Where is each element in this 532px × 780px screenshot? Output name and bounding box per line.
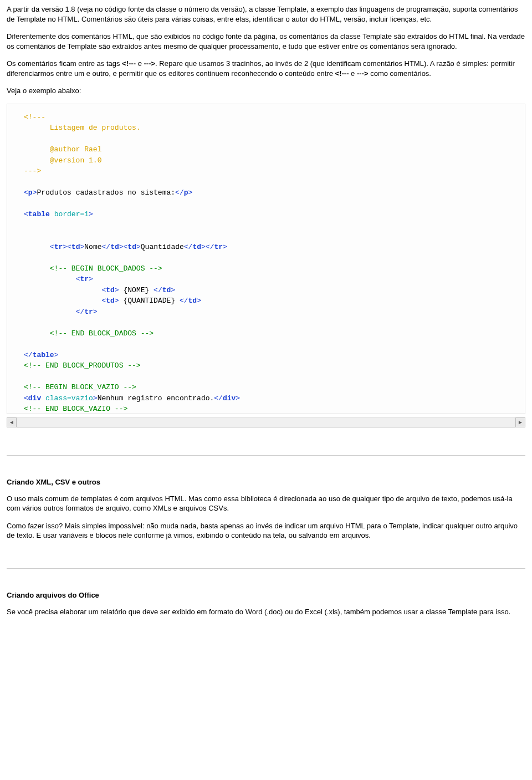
tag-td: td <box>71 243 80 251</box>
bracket: > <box>201 243 206 251</box>
slash: / <box>180 188 184 197</box>
bracket: < <box>154 286 158 294</box>
tpl-comment-line: Listagem de produtos. <box>50 124 141 132</box>
bracket: > <box>93 308 98 316</box>
text-span: como comentários. <box>369 69 431 78</box>
code-example[interactable]: <!--- Listagem de produtos. @author Rael… <box>7 104 525 414</box>
tpl-comment-open: <!--- <box>24 113 45 121</box>
tag-td: td <box>106 297 115 305</box>
text-span: Os comentários ficam entre as tags <box>7 59 122 68</box>
html-comment: <!-- END BLOCK_VAZIO --> <box>24 405 127 413</box>
slash: / <box>184 297 188 305</box>
bracket: < <box>67 243 71 251</box>
tag-literal: <!--- <box>122 59 136 68</box>
tag-table: table <box>33 351 54 359</box>
tag-tr: tr <box>80 275 89 283</box>
tpl-comment-close: ---> <box>24 167 41 175</box>
section-title-xml: Criando XML, CSV e outros <box>7 478 525 486</box>
bracket: > <box>119 243 124 251</box>
bracket: > <box>188 188 193 197</box>
tag-p: p <box>28 188 33 197</box>
slash: / <box>218 394 223 402</box>
slash: / <box>158 286 162 294</box>
bracket: > <box>136 243 141 251</box>
tag-div: div <box>223 394 236 402</box>
bracket: > <box>89 210 93 218</box>
div-text: Nenhum registro encontrado. <box>98 394 214 402</box>
tag-td: td <box>192 243 201 251</box>
office-paragraph-1: Se você precisa elaborar um relatório qu… <box>7 607 525 617</box>
scroll-right-icon[interactable]: ► <box>515 417 525 427</box>
bracket: < <box>214 394 218 402</box>
html-comment: <!-- BEGIN BLOCK_VAZIO --> <box>24 383 136 391</box>
scroll-left-icon[interactable]: ◄ <box>7 417 17 427</box>
section-divider <box>7 455 525 456</box>
bracket: > <box>197 297 201 305</box>
bracket: < <box>50 243 54 251</box>
tag-literal: ---> <box>144 59 155 68</box>
bracket: > <box>63 243 67 251</box>
html-comment: <!-- BEGIN BLOCK_DADOS --> <box>50 264 162 273</box>
bracket: > <box>54 351 59 359</box>
slash: / <box>106 243 110 251</box>
bracket: < <box>184 243 188 251</box>
tag-td: td <box>188 297 197 305</box>
tag-td: td <box>162 286 171 294</box>
bracket: < <box>175 188 180 197</box>
var-nome: {NOME} <box>119 286 154 294</box>
bracket: > <box>115 286 119 294</box>
bracket: > <box>223 243 227 251</box>
code-text: Produtos cadastrados no sistema: <box>37 188 175 197</box>
tag-literal: <!--- <box>335 69 349 78</box>
intro-paragraph-1: A partir da versão 1.8 (veja no código f… <box>7 4 525 24</box>
var-qtd: {QUANTIDADE} <box>119 297 180 305</box>
section-title-office: Criando arquivos do Office <box>7 591 525 599</box>
tag-div: div <box>28 394 41 402</box>
tag-td: td <box>106 286 115 294</box>
bracket: < <box>206 243 210 251</box>
intro-paragraph-4: Veja o exemplo abaixo: <box>7 86 525 96</box>
attr-class: class=vazio <box>41 394 93 402</box>
tag-td: td <box>110 243 119 251</box>
bracket: < <box>24 394 28 402</box>
tag-tr: tr <box>84 308 93 316</box>
tag-td: td <box>127 243 136 251</box>
intro-paragraph-3: Os comentários ficam entre as tags <!---… <box>7 59 525 78</box>
horizontal-scrollbar[interactable]: ◄ ► <box>7 417 525 427</box>
scroll-track[interactable] <box>17 417 515 428</box>
text-span: e <box>349 69 356 78</box>
bracket: < <box>24 188 28 197</box>
bracket: < <box>24 210 28 218</box>
tag-tr: tr <box>214 243 223 251</box>
section-divider <box>7 568 525 569</box>
html-comment: <!-- END BLOCK_DADOS --> <box>50 329 154 338</box>
tpl-comment-line: @version 1.0 <box>50 156 102 165</box>
tag-p: p <box>184 188 188 197</box>
bracket: > <box>89 275 93 283</box>
intro-paragraph-2: Diferentemente dos comentários HTML, que… <box>7 32 525 51</box>
bracket: > <box>93 394 98 402</box>
tag-literal: ---> <box>357 69 369 78</box>
html-comment: <!-- END BLOCK_PRODUTOS --> <box>24 361 141 370</box>
xml-paragraph-2: Como fazer isso? Mais simples impossível… <box>7 521 525 541</box>
tag-table: table <box>28 210 50 218</box>
text-span: e <box>136 59 144 68</box>
xml-paragraph-1: O uso mais comum de templates é com arqu… <box>7 494 525 513</box>
header-nome: Nome <box>84 243 101 251</box>
bracket: > <box>171 286 175 294</box>
bracket: < <box>180 297 184 305</box>
bracket: > <box>115 297 119 305</box>
attr-border: border=1 <box>50 210 89 218</box>
bracket: > <box>236 394 240 402</box>
header-qtd: Quantidade <box>141 243 184 251</box>
tag-tr: tr <box>54 243 63 251</box>
bracket: < <box>24 351 28 359</box>
slash: / <box>28 351 33 359</box>
tpl-comment-line: @author Rael <box>50 145 102 154</box>
